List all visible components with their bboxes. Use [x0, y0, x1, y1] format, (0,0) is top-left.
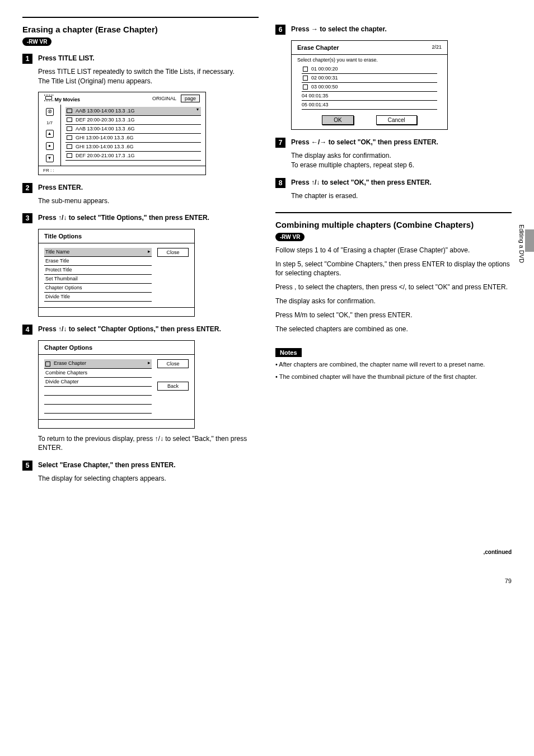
ok-btn: OK — [322, 115, 353, 125]
chapter-row: 05 00:01:43 — [302, 101, 437, 110]
title-row: DEF 20:00-21:00 17.3 .1G — [65, 152, 201, 161]
chapter-row: 03 00:00:50 — [302, 83, 437, 92]
step4-text: Press ↑/↓ to select "Chapter Options," t… — [38, 325, 221, 334]
shot1-page-btn: page — [181, 95, 200, 102]
chapter-row: 04 00:01:35 — [302, 92, 437, 101]
option-row — [44, 387, 152, 396]
notes-label: Notes — [275, 348, 302, 357]
step1-sub2: The Title List (Original) menu appears. — [38, 77, 259, 86]
chapter-row: 01 00:00:20 — [302, 65, 437, 74]
chapter-row: 02 00:00:31 — [302, 74, 437, 83]
erase-chapter-screenshot: Erase Chapter 2/21 Select chapter(s) you… — [291, 40, 448, 130]
step3-num: 3 — [22, 213, 32, 223]
combine-p2: In step 5, select "Combine Chapters," th… — [275, 260, 512, 279]
note1: • After chapters are combined, the chapt… — [275, 360, 512, 369]
step4-num: 4 — [22, 325, 32, 335]
title-row: GHI 13:00-14:00 13.3 .6G — [65, 143, 201, 152]
step2-sub: The sub-menu appears. — [38, 196, 259, 206]
rw-vr-badge-right: -RW VR — [275, 233, 305, 241]
step6-num: 6 — [275, 25, 285, 35]
combine-p6: The selected chapters are combined as on… — [275, 325, 512, 334]
title-row: DEF 20:00-20:30 13.3 .1G — [65, 116, 201, 125]
step7-num: 7 — [275, 138, 285, 148]
sidebar-down-icon: ▼ — [46, 154, 54, 162]
option-row: Title Name — [44, 248, 152, 257]
shot4-sub: Select chapter(s) you want to erase. — [292, 55, 447, 65]
step8-sub: The chapter is erased. — [291, 191, 512, 201]
shot1-footer: FR : : — [39, 166, 205, 175]
page-number: 79 — [0, 577, 534, 595]
cancel-btn: Cancel — [376, 115, 417, 125]
title-list-original-screenshot: My Movies ORIGINAL page ⦿ 1/7 ▲ ● ▼ AAB … — [38, 92, 206, 175]
step7-sub: The display asks for confirmation. — [291, 151, 512, 161]
option-row: Divide Title — [44, 293, 152, 302]
option-row — [44, 405, 152, 414]
option-row: Erase Chapter — [44, 359, 152, 368]
chapter-options-screenshot: Chapter Options Erase Chapter Combine Ch… — [38, 340, 195, 428]
option-row: Protect Title — [44, 266, 152, 275]
step8-num: 8 — [275, 178, 285, 188]
back-btn: Back — [157, 382, 189, 391]
shot1-count: 1/7 — [46, 120, 53, 125]
step1-num: 1 — [22, 54, 32, 64]
combine-p5: Press M/m to select "OK," then press ENT… — [275, 311, 512, 320]
shot4-count: 2/21 — [432, 44, 442, 51]
option-row: Divide Chapter — [44, 378, 152, 387]
note2: • The combined chapter will have the thu… — [275, 373, 512, 381]
rw-vr-badge-left: -RW VR — [22, 37, 51, 46]
option-row: Erase Title — [44, 257, 152, 266]
close-btn: Close — [157, 248, 189, 257]
sidebar-disc-icon: ⦿ — [46, 108, 54, 116]
step1-text: Press TITLE LIST. — [38, 54, 95, 63]
step5-num: 5 — [22, 461, 32, 471]
step2-text: Press ENTER. — [38, 183, 83, 192]
step5-sub: The display for selecting chapters appea… — [38, 474, 259, 483]
step7-text: Press ←/→ to select "OK," then press ENT… — [291, 138, 438, 147]
step5-text: Select "Erase Chapter," then press ENTER… — [38, 461, 175, 470]
option-row: Combine Chapters — [44, 369, 152, 378]
continued-indicator: ,continued — [275, 549, 512, 555]
option-row: Chapter Options — [44, 284, 152, 293]
step7-extra: To erase multiple chapters, repeat step … — [291, 161, 512, 170]
step6-text: Press → to select the chapter. — [291, 25, 387, 34]
sidebar-play-icon: ● — [46, 142, 54, 150]
side-tab-marker — [525, 229, 534, 252]
close-btn: Close — [157, 359, 189, 368]
combine-p3: Press , to select the chapters, then pre… — [275, 283, 512, 292]
option-row — [44, 396, 152, 405]
sidebar-up-icon: ▲ — [46, 130, 54, 138]
option-row: Set Thumbnail — [44, 275, 152, 284]
step1-sub1: Press TITLE LIST repeatedly to switch th… — [38, 67, 259, 77]
step8-text: Press ↑/↓ to select "OK," then press ENT… — [291, 178, 432, 187]
shot3-header: Chapter Options — [39, 341, 194, 355]
shot2-header: Title Options — [39, 229, 194, 243]
step2-num: 2 — [22, 183, 32, 193]
combine-p4: The display asks for confirmation. — [275, 297, 512, 306]
step3-text: Press ↑/↓ to select "Title Options," the… — [38, 213, 209, 223]
shot1-original: ORIGINAL — [152, 96, 176, 101]
shot1-header: My Movies — [55, 97, 81, 102]
combine-chapters-heading: Combining multiple chapters (Combine Cha… — [275, 220, 512, 229]
title-options-screenshot: Title Options Title Name Erase Title Pro… — [38, 229, 195, 317]
title-row: GHI 13:00-14:00 13.3 .6G — [65, 134, 201, 143]
title-row: AAB 13:00-14:00 13.3 .6G — [65, 125, 201, 134]
erase-chapter-heading: Erasing a chapter (Erase Chapter) — [22, 25, 259, 34]
step4-extra: To return to the previous display, press… — [38, 434, 259, 453]
combine-p1: Follow steps 1 to 4 of "Erasing a chapte… — [275, 246, 512, 255]
title-row: AAB 13:00-14:00 13.3 .1G — [65, 107, 201, 116]
side-label: Editing a DVD — [518, 224, 525, 263]
shot4-header: Erase Chapter — [297, 44, 339, 51]
